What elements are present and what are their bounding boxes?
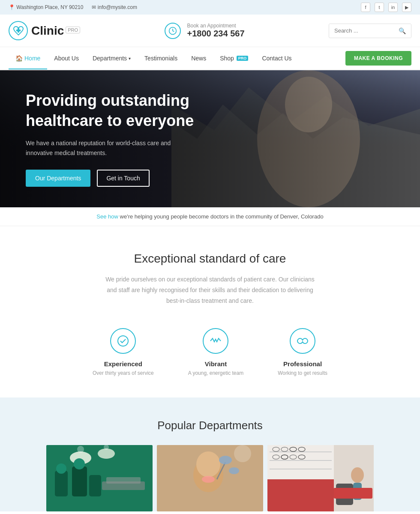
top-bar-left: 📍 Washington Place, NY 90210 ✉ info@mysi… [9, 4, 137, 10]
svg-point-14 [74, 458, 85, 469]
address: 📍 Washington Place, NY 90210 [9, 4, 83, 10]
svg-rect-32 [270, 460, 332, 461]
see-how-link[interactable]: See how [96, 213, 118, 220]
location-icon: 📍 [9, 4, 15, 10]
logo[interactable]: ClinicPRO [9, 21, 80, 40]
svg-point-7 [118, 336, 128, 346]
banner-strip: See how we're helping young people becom… [0, 207, 420, 226]
search-box[interactable]: 🔍 [329, 24, 411, 38]
banner-text: we're helping young people become doctor… [118, 213, 324, 220]
appointment-details: Book an Appointment +1800 234 567 [187, 23, 245, 39]
nav-item-about[interactable]: About Us [47, 47, 86, 69]
nav-item-home[interactable]: 🏠 Home [9, 47, 47, 69]
svg-point-12 [56, 463, 66, 474]
professional-icon [290, 328, 315, 354]
get-in-touch-button[interactable]: Get in Touch [97, 170, 149, 187]
make-booking-button[interactable]: MAKE A BOOKING [345, 51, 411, 66]
care-section: Exceptional standard of care We pride ou… [0, 226, 420, 397]
hero-section: Providing outstanding healthcare to ever… [0, 70, 420, 207]
department-images [9, 445, 411, 511]
feature-vibrant: Vibrant A young, energetic team [188, 328, 243, 376]
hero-buttons: Our Departments Get in Touch [26, 170, 197, 187]
svg-point-18 [77, 446, 84, 453]
our-departments-button[interactable]: Our Departments [26, 170, 90, 187]
header: ClinicPRO Book an Appointment +1800 234 … [0, 15, 420, 47]
care-title: Exceptional standard of care [43, 252, 377, 266]
svg-point-22 [196, 451, 220, 477]
svg-point-23 [202, 476, 215, 483]
logo-icon [9, 21, 28, 40]
pro-badge: PRO [237, 56, 249, 61]
social-links: f t in ▶ [361, 3, 411, 12]
clock-icon [165, 23, 181, 39]
search-input[interactable] [329, 24, 393, 37]
nav-item-testimonials[interactable]: Testimonials [138, 47, 184, 69]
nav-item-shop[interactable]: Shop PRO [213, 47, 255, 69]
facebook-icon[interactable]: f [361, 3, 370, 12]
dept-dental[interactable] [157, 445, 263, 511]
nav-item-news[interactable]: News [184, 47, 213, 69]
svg-rect-17 [106, 477, 141, 484]
nav-item-departments[interactable]: Departments ▾ [86, 47, 138, 69]
vibrant-icon [203, 328, 228, 354]
departments-section: Popular Departments [0, 397, 420, 511]
svg-rect-47 [334, 488, 372, 499]
feature-experienced: Experienced Over thirty years of service [93, 328, 154, 376]
dept-surgery[interactable] [46, 445, 153, 511]
dropdown-arrow-icon: ▾ [129, 56, 131, 61]
svg-rect-15 [89, 475, 101, 496]
appointment-info: Book an Appointment +1800 234 567 [165, 23, 245, 39]
departments-title: Popular Departments [9, 419, 411, 432]
experienced-label: Experienced [93, 360, 154, 368]
svg-rect-33 [270, 469, 332, 469]
hero-title: Providing outstanding healthcare to ever… [26, 91, 197, 131]
email-icon: ✉ [92, 4, 96, 10]
svg-point-26 [229, 467, 239, 474]
navigation: 🏠 Home About Us Departments ▾ Testimonia… [0, 47, 420, 70]
nav-item-contact[interactable]: Contact Us [255, 47, 298, 69]
svg-rect-11 [55, 471, 68, 496]
feature-professional: Professional Working to get results [278, 328, 327, 376]
professional-label: Professional [278, 360, 327, 368]
search-button[interactable]: 🔍 [393, 24, 411, 38]
email: ✉ info@mysite.com [92, 4, 137, 10]
care-description: We pride ourselves on our exceptional st… [103, 274, 317, 307]
vibrant-label: Vibrant [188, 360, 243, 368]
vibrant-desc: A young, energetic team [188, 370, 243, 376]
logo-text: ClinicPRO [31, 24, 80, 38]
svg-rect-30 [267, 445, 334, 479]
svg-point-45 [351, 467, 364, 483]
svg-point-27 [234, 445, 251, 462]
experienced-icon [110, 328, 136, 354]
top-bar: 📍 Washington Place, NY 90210 ✉ info@mysi… [0, 0, 420, 15]
features-list: Experienced Over thirty years of service… [43, 328, 377, 376]
nav-links: 🏠 Home About Us Departments ▾ Testimonia… [9, 47, 299, 69]
linkedin-icon[interactable]: in [388, 3, 398, 12]
hero-content: Providing outstanding healthcare to ever… [0, 74, 223, 204]
svg-point-25 [219, 456, 232, 464]
home-icon: 🏠 [15, 55, 23, 62]
svg-point-10 [98, 448, 115, 459]
hero-subtitle: We have a national reputation for world-… [26, 138, 197, 158]
professional-desc: Working to get results [278, 370, 327, 376]
youtube-icon[interactable]: ▶ [402, 3, 411, 12]
svg-rect-13 [72, 466, 87, 496]
twitter-icon[interactable]: t [375, 3, 384, 12]
experienced-desc: Over thirty years of service [93, 370, 154, 376]
dept-optometry[interactable] [267, 445, 374, 511]
